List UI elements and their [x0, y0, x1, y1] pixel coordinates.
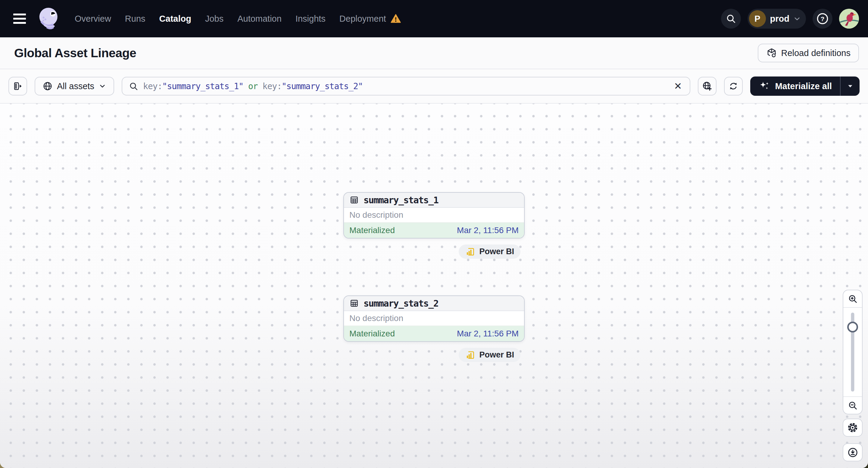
asset-materialized-time[interactable]: Mar 2, 11:56 PM [457, 329, 519, 339]
zoom-in-button[interactable] [843, 290, 862, 308]
page-title: Global Asset Lineage [14, 46, 758, 60]
nav-item-automation[interactable]: Automation [237, 14, 282, 24]
globe-plus-icon [702, 81, 713, 92]
nav-item-insights[interactable]: Insights [296, 14, 326, 24]
asset-description: No description [344, 311, 524, 326]
download-icon [847, 447, 858, 458]
global-search-button[interactable] [721, 9, 741, 29]
asset-group-filter-label: All assets [57, 81, 94, 91]
clear-query-button[interactable]: ✕ [673, 81, 683, 91]
zoom-slider[interactable] [843, 308, 862, 396]
asset-node[interactable]: summary_stats_1 No description Materiali… [343, 192, 525, 239]
sparkles-icon [758, 80, 770, 92]
svg-text:?: ? [821, 15, 825, 22]
asset-node-header: summary_stats_2 [344, 296, 524, 311]
gear-icon [847, 422, 858, 433]
materialize-split-button: Materialize all [750, 76, 860, 96]
materialize-all-button[interactable]: Materialize all [750, 76, 840, 96]
download-image-button[interactable] [843, 443, 863, 461]
reload-cube-icon [766, 48, 777, 58]
asset-query-text: key:"summary_stats_1" or key:"summary_st… [143, 81, 363, 91]
powerbi-icon [465, 350, 475, 360]
panel-open-icon [13, 81, 23, 91]
top-navbar: Overview Runs Catalog Jobs Automation In… [0, 0, 868, 37]
asset-tag-row: Power BI [343, 348, 525, 362]
help-button[interactable]: ? [813, 9, 833, 29]
warning-icon [390, 13, 401, 24]
lineage-canvas[interactable]: summary_stats_1 No description Materiali… [0, 103, 868, 468]
asset-kind-tag[interactable]: Power BI [459, 245, 521, 259]
asset-description: No description [344, 208, 524, 223]
asset-group-filter[interactable]: All assets [35, 77, 114, 95]
nav-item-catalog[interactable]: Catalog [159, 14, 191, 24]
asset-materialized-time[interactable]: Mar 2, 11:56 PM [457, 225, 519, 235]
asset-kind-tag[interactable]: Power BI [459, 348, 521, 362]
refresh-button[interactable] [724, 77, 743, 95]
zoom-in-icon [848, 294, 858, 304]
lineage-settings-button[interactable] [843, 418, 863, 437]
navbar-left: Overview Runs Catalog Jobs Automation In… [9, 7, 721, 31]
chevron-down-icon [98, 82, 106, 90]
globe-icon [42, 81, 53, 91]
deployment-name: prod [770, 14, 789, 24]
avatar-bird-image [839, 9, 859, 29]
asset-name: summary_stats_1 [364, 195, 438, 206]
help-icon: ? [816, 12, 829, 25]
asset-kind-label: Power BI [479, 350, 514, 360]
deployment-avatar: P [749, 10, 766, 27]
navbar-right: P prod ? [721, 9, 859, 29]
main-nav: Overview Runs Catalog Jobs Automation In… [75, 13, 401, 24]
asset-node[interactable]: summary_stats_2 No description Materiali… [343, 295, 525, 342]
zoom-control-panel [843, 290, 863, 414]
dagster-logo-icon[interactable] [37, 7, 61, 31]
nav-item-overview[interactable]: Overview [75, 14, 111, 24]
nav-item-deployment[interactable]: Deployment [339, 13, 401, 24]
dagster-app: Overview Runs Catalog Jobs Automation In… [0, 0, 868, 468]
search-icon [726, 13, 736, 24]
zoom-out-icon [848, 401, 858, 410]
asset-status: Materialized [349, 225, 395, 235]
deployment-switcher[interactable]: P prod [747, 9, 806, 29]
nav-item-jobs[interactable]: Jobs [205, 14, 223, 24]
open-sidebar-button[interactable] [8, 77, 27, 95]
chevron-down-icon [793, 15, 801, 23]
reload-definitions-button[interactable]: Reload definitions [758, 44, 859, 62]
materialize-all-label: Materialize all [775, 81, 832, 91]
asset-tag-row: Power BI [343, 245, 525, 259]
zoom-out-button[interactable] [843, 396, 862, 414]
asset-status-row: Materialized Mar 2, 11:56 PM [344, 326, 524, 341]
view-global-lineage-button[interactable] [698, 77, 716, 95]
hamburger-menu-button[interactable] [13, 12, 30, 26]
caret-down-icon [846, 82, 855, 91]
page-header: Global Asset Lineage Reload definitions [0, 37, 868, 69]
table-icon [349, 299, 359, 308]
materialize-options-button[interactable] [841, 76, 860, 96]
user-avatar[interactable] [839, 9, 859, 29]
asset-node-header: summary_stats_1 [344, 193, 524, 208]
powerbi-icon [465, 247, 475, 257]
asset-query-input[interactable]: key:"summary_stats_1" or key:"summary_st… [122, 77, 690, 95]
zoom-slider-thumb[interactable] [847, 322, 858, 333]
asset-name: summary_stats_2 [364, 298, 438, 309]
nav-item-deployment-label: Deployment [339, 14, 386, 24]
table-icon [349, 195, 359, 205]
refresh-icon [728, 81, 739, 91]
lineage-toolbar: All assets key:"summary_stats_1" or key:… [0, 69, 868, 103]
reload-definitions-label: Reload definitions [781, 48, 850, 58]
asset-status: Materialized [349, 329, 395, 339]
asset-kind-label: Power BI [479, 247, 514, 256]
asset-status-row: Materialized Mar 2, 11:56 PM [344, 223, 524, 238]
search-icon [129, 82, 138, 91]
nav-item-runs[interactable]: Runs [125, 14, 146, 24]
